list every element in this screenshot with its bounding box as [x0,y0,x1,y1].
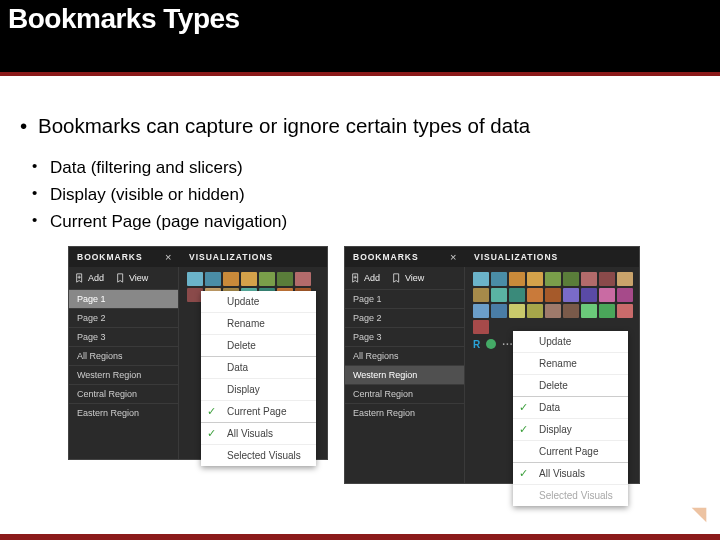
visualization-type-icon[interactable] [581,304,597,318]
bookmark-item[interactable]: Page 2 [345,308,464,327]
visualization-type-icon[interactable] [581,272,597,286]
visualization-type-icon[interactable] [563,272,579,286]
bookmark-item[interactable]: Page 2 [69,308,178,327]
bookmark-item[interactable]: All Regions [345,346,464,365]
visualization-type-icon[interactable] [563,288,579,302]
context-menu-item[interactable]: ✓Data [513,396,628,418]
visualization-type-icon[interactable] [527,304,543,318]
view-bookmark-button[interactable]: View [386,271,430,285]
context-menu-label: Current Page [227,406,286,417]
context-menu-item[interactable]: ✓Current Page [201,400,316,422]
context-menu-item[interactable]: Current Page [513,440,628,462]
check-icon: ✓ [207,427,216,440]
visualization-type-icon[interactable] [509,272,525,286]
bottom-accent-bar [0,534,720,540]
bullet-sub: Current Page (page navigation) [14,208,710,235]
visualization-type-icon[interactable] [205,272,221,286]
bookmarks-header: BOOKMARKS [345,252,450,262]
visualization-type-icon[interactable] [527,272,543,286]
visualization-type-icon[interactable] [491,272,507,286]
visualization-type-icon[interactable] [599,288,615,302]
visualization-type-icon[interactable] [491,288,507,302]
bookmark-item[interactable]: Page 3 [69,327,178,346]
visualization-type-icon[interactable] [223,272,239,286]
visualization-type-icon[interactable] [617,304,633,318]
bookmark-item[interactable]: Eastern Region [345,403,464,422]
visualization-type-icon[interactable] [491,304,507,318]
corner-logo [688,504,710,530]
visualization-type-icon[interactable] [473,304,489,318]
bookmark-item[interactable]: Page 1 [69,289,178,308]
context-menu-item[interactable]: Selected Visuals [201,444,316,466]
check-icon: ✓ [207,405,216,418]
context-menu-item[interactable]: Rename [201,312,316,334]
content-area: Bookmarks can capture or ignore certain … [0,76,720,484]
more-icon[interactable]: ··· [502,339,513,350]
visualization-type-icon[interactable] [545,288,561,302]
add-bookmark-button[interactable]: Add [69,271,110,285]
visualization-type-icon[interactable] [563,304,579,318]
visualization-type-icon[interactable] [545,272,561,286]
context-menu-label: Display [539,424,572,435]
visualization-type-icon[interactable] [599,272,615,286]
slide-title: Bookmarks Types [8,3,240,35]
visualization-type-icon[interactable] [241,272,257,286]
visualization-type-icon[interactable] [581,288,597,302]
bookmark-item[interactable]: Central Region [345,384,464,403]
visualization-type-icon[interactable] [473,272,489,286]
context-menu-item[interactable]: Data [201,356,316,378]
bookmark-context-menu: UpdateRenameDelete✓Data✓DisplayCurrent P… [513,331,628,506]
bookmark-item[interactable]: Eastern Region [69,403,178,422]
title-bar: Bookmarks Types [0,0,720,72]
bookmark-item[interactable]: Western Region [345,365,464,384]
bookmark-item[interactable]: Central Region [69,384,178,403]
context-menu-label: Delete [227,340,256,351]
bookmark-context-menu: UpdateRenameDeleteDataDisplay✓Current Pa… [201,291,316,466]
bookmark-item[interactable]: Page 1 [345,289,464,308]
context-menu-label: Current Page [539,446,598,457]
bullet-sub: Data (filtering and slicers) [14,154,710,181]
context-menu-item[interactable]: Delete [201,334,316,356]
add-bookmark-button[interactable]: Add [345,271,386,285]
visualization-type-icon[interactable] [527,288,543,302]
view-bookmark-button[interactable]: View [110,271,154,285]
bookmark-item[interactable]: Page 3 [345,327,464,346]
bookmarks-header: BOOKMARKS [69,252,165,262]
bookmark-item[interactable]: All Regions [69,346,178,365]
context-menu-item[interactable]: Rename [513,352,628,374]
context-menu-item[interactable]: ✓All Visuals [513,462,628,484]
visualization-type-icon[interactable] [473,288,489,302]
visualization-type-icon[interactable] [473,320,489,334]
visualization-type-icon[interactable] [295,272,311,286]
bullet-sub: Display (visible or hidden) [14,181,710,208]
visualization-type-icon[interactable] [545,304,561,318]
context-menu-item[interactable]: Delete [513,374,628,396]
custom-visual-icon[interactable] [486,339,496,349]
visualization-type-icon[interactable] [187,272,203,286]
context-menu-label: Display [227,384,260,395]
bookmarks-pane-screenshot-checked: BOOKMARKS×VISUALIZATIONSAddViewPage 1Pag… [344,246,640,484]
visualizations-header: VISUALIZATIONS [179,252,327,262]
context-menu-label: Rename [539,358,577,369]
visualization-type-icon[interactable] [617,272,633,286]
close-icon[interactable]: × [450,251,464,263]
context-menu-label: Rename [227,318,265,329]
visualization-type-icon[interactable] [617,288,633,302]
context-menu-label: Selected Visuals [539,490,613,501]
check-icon: ✓ [519,401,528,414]
visualization-type-icon[interactable] [259,272,275,286]
check-icon: ✓ [519,423,528,436]
visualization-type-icon[interactable] [509,304,525,318]
context-menu-label: Update [539,336,571,347]
visualization-type-icon[interactable] [277,272,293,286]
close-icon[interactable]: × [165,251,179,263]
context-menu-item[interactable]: Update [201,291,316,312]
context-menu-item[interactable]: Display [201,378,316,400]
bookmark-item[interactable]: Western Region [69,365,178,384]
context-menu-item[interactable]: ✓Display [513,418,628,440]
visualization-type-icon[interactable] [509,288,525,302]
context-menu-item[interactable]: Update [513,331,628,352]
context-menu-item[interactable]: ✓All Visuals [201,422,316,444]
r-visual-icon[interactable]: R [473,339,480,350]
visualization-type-icon[interactable] [599,304,615,318]
